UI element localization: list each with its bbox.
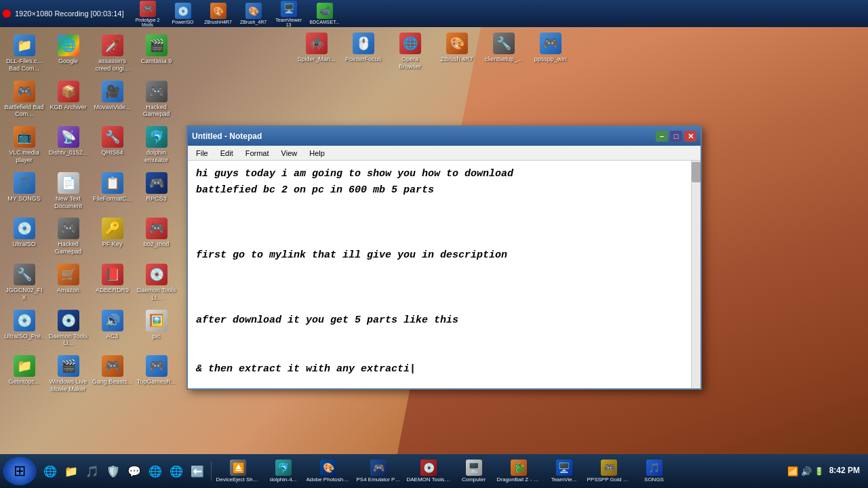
icon-new-text[interactable]: 📄 New Text Document	[47, 169, 90, 213]
tray-sound: 🔊	[801, 466, 812, 476]
icon-topgames[interactable]: 🎮 TopGamesR...	[135, 352, 178, 396]
time-display[interactable]: 8:42 PM	[829, 466, 860, 476]
taskbar-dragonball[interactable]: 🐉 DragonBall Z - Budokai 3...	[495, 458, 542, 484]
icon-battlefield[interactable]: 🎮 Battlefield Bad Com...	[3, 78, 45, 121]
clock-time: 8:42 PM	[829, 466, 860, 476]
icon-jggcn02[interactable]: 🔧 JGGCN02_FIX	[3, 261, 45, 304]
top-app-bdcam[interactable]: 📹 BDCAMSET...	[307, 1, 342, 26]
notepad-menubar: File Edit Format View Help	[188, 146, 701, 161]
recording-info: 1920×1080 Recording [00:03:14]	[3, 9, 124, 18]
icon-adberdr9[interactable]: 📕 ADBERDR9	[91, 261, 134, 304]
taskbar-photoshop[interactable]: 🎨 Adobe Photosho...	[304, 458, 352, 484]
icon-dll-files[interactable]: 📁 DLL-Files.c... Bad Com...	[3, 32, 45, 75]
icon-daemon-tools2[interactable]: 💿 Daemon Tools Li...	[47, 307, 90, 350]
notepad-scrollbar[interactable]	[691, 161, 701, 388]
icon-pf-key[interactable]: 🔑 PF Key	[91, 215, 134, 258]
notepad-content[interactable]: hi guys today i am going to show you how…	[188, 161, 691, 388]
taskbar-explorer[interactable]: 📁	[62, 462, 81, 481]
icon-movavi[interactable]: 🎥 MovaviVide...	[91, 78, 134, 121]
top-app-zbrush4r7-1[interactable]: 🎨 ZBrushH4R7	[201, 1, 235, 26]
icon-vlc[interactable]: 📺 VLC media player	[3, 123, 45, 167]
taskbar-teamviewer-bottom[interactable]: 🖥️ TeamVie...	[545, 458, 583, 484]
icon-clientsetup[interactable]: 🔧 clientsetup_...	[481, 30, 526, 66]
icon-ppsspp[interactable]: 🎮 ppsspp_win	[528, 30, 572, 66]
taskbar-device-eject[interactable]: ⏏️ DeviceEject Shortcut	[214, 458, 262, 484]
system-tray: 📶 🔊 🔋 8:42 PM	[787, 466, 865, 476]
tray-network: 📶	[787, 466, 798, 476]
taskbar-dolphin[interactable]: 🐬 dolphin-4...	[264, 458, 302, 484]
taskbar-bottom: ⊞ 🌐 📁 🎵 🛡️ 💬 🌐 🌐 ⬅️ ⏏️ DeviceEject Short…	[0, 454, 868, 488]
taskbar-ps4-emulator[interactable]: 🎮 PS4 Emulator PCSX4	[355, 458, 402, 484]
icon-hacked-gamepad[interactable]: 🎮 Hacked Gamepad	[135, 78, 178, 121]
icon-amazon[interactable]: 🛒 Amazon	[47, 261, 90, 304]
icon-fileformat[interactable]: 📋 FileFormatC...	[91, 169, 134, 213]
top-app-poweriso[interactable]: 💿 PowerISO	[166, 1, 200, 26]
icon-bo2mod[interactable]: 🎮 bo2_mod	[135, 215, 178, 258]
icon-ultraiso-pre[interactable]: 💿 UltraISO_Pre...	[3, 307, 45, 350]
icon-spiderman[interactable]: 🕷️ Spider_Man...	[294, 30, 338, 66]
menu-format[interactable]: Format	[240, 148, 275, 159]
taskbar-top: 1920×1080 Recording [00:03:14] 🎮 Prototy…	[0, 0, 868, 27]
taskbar-nav[interactable]: ⬅️	[188, 462, 207, 481]
taskbar-computer[interactable]: 🖥️ Computer	[455, 458, 492, 484]
taskbar-media[interactable]: 🎵	[83, 462, 102, 481]
icon-rpcs3[interactable]: 🎮 RPCS3	[135, 169, 178, 213]
maximize-button[interactable]: □	[670, 131, 682, 142]
icon-zbrush-4r7[interactable]: 🎨 ZBrush 4R7	[435, 30, 479, 66]
icon-my-songs[interactable]: 🎵 MY SONGS	[3, 169, 45, 213]
icon-camtasia[interactable]: 🎬 Camtasia 9	[135, 32, 178, 75]
titlebar-buttons: – □ ✕	[656, 131, 696, 142]
tray-icons: 📶 🔊 🔋	[787, 466, 824, 476]
icon-ultraiso[interactable]: 💿 UltraISO	[3, 215, 45, 258]
icon-dishtv[interactable]: 📡 Dishtv_0152...	[47, 123, 90, 167]
icon-daemon-tools[interactable]: 💿 Daemon Tools Li...	[135, 261, 178, 304]
icon-gang-beasts[interactable]: 🎮 Gang.Beasts...	[91, 352, 134, 396]
top-app-prototype[interactable]: 🎮 Prototype 2Mods	[131, 0, 165, 28]
top-app-zbrush4r7-2[interactable]: 🎨 ZBrush_4R7	[237, 1, 271, 26]
scrollbar-thumb	[692, 162, 701, 182]
taskbar-daemon-lite[interactable]: 💿 DAEMON Tools Lite	[405, 458, 452, 484]
icon-google[interactable]: 🌐 Google	[47, 32, 90, 75]
start-button[interactable]: ⊞	[3, 457, 37, 485]
taskbar-opera[interactable]: 🌐	[167, 462, 186, 481]
icon-dolphin[interactable]: 🐬 dolphin emulator	[135, 123, 178, 167]
menu-view[interactable]: View	[276, 148, 303, 159]
notepad-text: hi guys today i am going to show you how…	[196, 166, 683, 378]
taskbar-skype[interactable]: 💬	[125, 462, 144, 481]
menu-edit[interactable]: Edit	[215, 148, 239, 159]
taskbar-songs[interactable]: 🎵 SONGS	[635, 458, 673, 484]
taskbar-bottom-apps: ⏏️ DeviceEject Shortcut 🐬 dolphin-4... 🎨…	[214, 458, 787, 484]
notepad-window: Untitled - Notepad – □ ✕ File Edit Forma…	[186, 125, 702, 390]
icon-windows-live[interactable]: 🎬 Windows Live Movie Maker	[47, 352, 90, 396]
icon-getintopc[interactable]: 📁 Getintopc...	[3, 352, 45, 396]
menu-help[interactable]: Help	[304, 148, 330, 159]
desktop: www.Bandicam.com 1920×1080 Recording [00…	[0, 0, 868, 488]
recording-dot	[3, 9, 11, 18]
tray-battery: 🔋	[814, 467, 824, 476]
recording-label: 1920×1080 Recording [00:03:14]	[15, 9, 124, 18]
top-app-teamviewer[interactable]: 🖥️ TeamViewer13	[272, 0, 306, 28]
notepad-titlebar: Untitled - Notepad – □ ✕	[188, 127, 701, 146]
icon-pic[interactable]: 🖼️ pic	[135, 307, 178, 350]
taskbar-chrome[interactable]: 🌐	[146, 462, 165, 481]
taskbar-ppsspp[interactable]: 🎮 PPSSPP Gold 0.9.9.1 Win...	[585, 458, 633, 484]
icon-opera[interactable]: 🌐 Opera Browser	[388, 30, 432, 73]
icon-kgb-archiver[interactable]: 📦 KGB Archiver	[47, 78, 90, 121]
taskbar-ie[interactable]: 🌐	[41, 462, 60, 481]
menu-file[interactable]: File	[191, 148, 214, 159]
icon-qhis64[interactable]: 🔧 QHIS64	[91, 123, 134, 167]
icon-ac3[interactable]: 🔊 AC3	[91, 307, 134, 350]
notepad-title: Untitled - Notepad	[192, 131, 262, 141]
minimize-button[interactable]: –	[656, 131, 668, 142]
close-button[interactable]: ✕	[684, 131, 696, 142]
icon-pointerfocus[interactable]: 🖱️ PointerFocus	[341, 30, 385, 66]
icon-assassins[interactable]: 🗡️ assassin's creed origi...	[91, 32, 134, 75]
icon-hacked-gamepad2[interactable]: 🎮 Hacked Gamepad	[47, 215, 90, 258]
taskbar-shield[interactable]: 🛡️	[104, 462, 123, 481]
